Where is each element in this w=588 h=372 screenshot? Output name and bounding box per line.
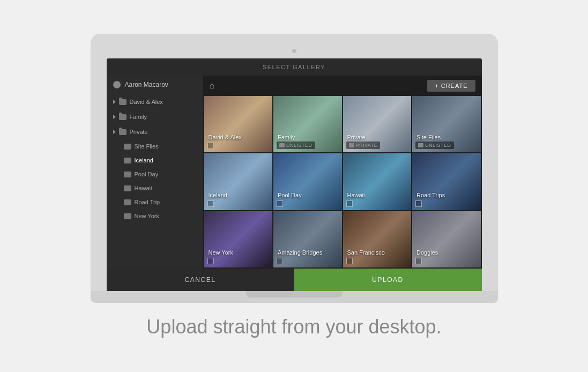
sidebar-item-family[interactable]: Family: [107, 109, 203, 124]
sidebar-sub-label: Site Files: [135, 143, 159, 150]
sidebar-item-private[interactable]: Private: [107, 124, 203, 139]
cell-badge: UNLISTED: [415, 142, 454, 149]
gallery-cell-private[interactable]: Private PRIVATE: [343, 96, 412, 152]
gallery-cell-iceland[interactable]: Iceland: [204, 153, 273, 210]
cell-label: Iceland: [209, 192, 227, 198]
tagline: Upload straight from your desktop.: [146, 316, 441, 338]
cell-label: Doggies: [416, 249, 438, 256]
modal-overlay: SELECT GALLERY Aaron Macarov David & A: [107, 58, 482, 291]
cell-label: Family: [278, 134, 295, 140]
laptop-display: SELECT GALLERY Aaron Macarov David & A: [107, 58, 482, 291]
cell-bg: [204, 153, 273, 210]
chevron-icon: [113, 130, 116, 134]
image-icon: [124, 172, 131, 177]
sidebar-sub-item-site-files[interactable]: Site Files: [107, 139, 203, 153]
badge-text: PRIVATE: [356, 143, 378, 148]
gallery-cell-amazing-bridges[interactable]: Amazing Bridges: [273, 211, 342, 267]
sidebar-item-label: Private: [130, 129, 148, 135]
gallery-area: ⌂ + CREATE David & Alex: [203, 76, 482, 269]
cell-badge: UNLISTED: [277, 142, 315, 149]
gallery-cell-new-york[interactable]: New York: [204, 211, 273, 267]
cell-checkbox[interactable]: [207, 258, 214, 264]
home-icon[interactable]: ⌂: [210, 81, 215, 91]
sidebar-sub-label: Hawaii: [135, 185, 152, 191]
gallery-cell-san-francisco[interactable]: San Francisco: [343, 211, 412, 267]
gallery-cell-doggies[interactable]: Doggies: [412, 211, 481, 267]
cancel-button[interactable]: CANCEL: [107, 269, 294, 291]
badge-icon: [279, 143, 285, 147]
cell-bg: [412, 211, 481, 267]
cell-checkbox[interactable]: [415, 200, 422, 207]
cell-label: Hawaii: [347, 192, 365, 198]
sidebar-sub-item-iceland[interactable]: Iceland: [107, 153, 203, 167]
image-icon: [124, 185, 131, 191]
badge-text: UNLISTED: [425, 143, 451, 148]
gallery-cell-family[interactable]: Family UNLISTED: [273, 96, 342, 152]
cell-bg: [273, 211, 342, 267]
sidebar-sub-label: New York: [135, 213, 159, 219]
modal-title: SELECT GALLERY: [263, 64, 325, 70]
badge-text: UNLISTED: [286, 143, 312, 148]
sidebar-sub-item-road-trip[interactable]: Road Trip: [107, 195, 203, 209]
cell-bg: [273, 153, 342, 210]
folder-icon: [119, 99, 126, 105]
gallery-cell-david-alex[interactable]: David & Alex: [204, 96, 273, 152]
cell-checkbox[interactable]: [346, 258, 353, 264]
folder-icon: [119, 114, 126, 120]
folder-icon: [119, 129, 126, 135]
cell-label: Pool Day: [278, 192, 302, 198]
modal-footer: CANCEL UPLOAD: [107, 269, 482, 291]
cell-label: Road Trips: [416, 192, 445, 198]
cell-checkbox[interactable]: [415, 258, 422, 264]
cell-label: Amazing Bridges: [278, 249, 322, 256]
gallery-cell-road-trips[interactable]: Road Trips: [412, 153, 481, 210]
user-icon: [113, 81, 121, 88]
sidebar-sub-label: Road Trip: [135, 199, 160, 205]
gallery-toolbar: ⌂ + CREATE: [203, 76, 482, 96]
sidebar-sub-label: Iceland: [135, 157, 153, 163]
gallery-cell-hawaii[interactable]: Hawaii: [343, 153, 412, 210]
cell-bg: [412, 153, 481, 210]
cell-label: Private: [347, 134, 366, 140]
chevron-icon: [113, 100, 116, 104]
upload-button[interactable]: UPLOAD: [294, 269, 482, 291]
cell-label: Site Files: [416, 134, 441, 140]
create-button[interactable]: + CREATE: [427, 80, 475, 92]
chevron-icon: [113, 115, 116, 119]
cell-badge: PRIVATE: [346, 142, 381, 149]
laptop-base: [91, 291, 498, 303]
sidebar-sub-item-pool-day[interactable]: Pool Day: [107, 167, 203, 181]
cell-bg: [204, 211, 273, 267]
image-icon: [124, 199, 131, 205]
sidebar: Aaron Macarov David & Alex Family: [107, 76, 203, 269]
cell-checkbox[interactable]: [277, 258, 283, 264]
cell-label: David & Alex: [209, 134, 242, 140]
sidebar-sub-item-hawaii[interactable]: Hawaii: [107, 181, 203, 195]
sidebar-sub-label: Pool Day: [135, 171, 159, 177]
sidebar-user: Aaron Macarov: [107, 76, 203, 94]
gallery-grid: David & Alex Family UNLISTED: [203, 96, 482, 269]
cell-checkbox[interactable]: [346, 200, 353, 207]
cell-bg: [343, 153, 412, 210]
image-icon: [124, 213, 131, 219]
cell-checkbox[interactable]: [207, 143, 214, 149]
gallery-cell-site-files[interactable]: Site Files UNLISTED: [412, 96, 481, 152]
sidebar-item-david-alex[interactable]: David & Alex: [107, 94, 203, 109]
laptop-camera: [292, 49, 296, 53]
cell-label: New York: [209, 249, 233, 256]
modal-header: SELECT GALLERY: [107, 58, 482, 76]
cell-label: San Francisco: [347, 249, 385, 256]
image-icon: [124, 144, 131, 150]
modal-body: Aaron Macarov David & Alex Family: [107, 76, 482, 269]
badge-icon: [418, 143, 423, 147]
sidebar-item-label: Family: [130, 114, 147, 120]
sidebar-sub-item-new-york[interactable]: New York: [107, 209, 203, 223]
cell-bg: [343, 211, 412, 267]
sidebar-item-label: David & Alex: [130, 99, 163, 105]
image-icon: [124, 158, 131, 163]
sidebar-username: Aaron Macarov: [125, 81, 168, 88]
gallery-cell-pool-day[interactable]: Pool Day: [273, 153, 342, 210]
cell-bg: [204, 96, 273, 152]
cell-checkbox[interactable]: [207, 200, 214, 207]
cell-checkbox[interactable]: [277, 200, 283, 207]
